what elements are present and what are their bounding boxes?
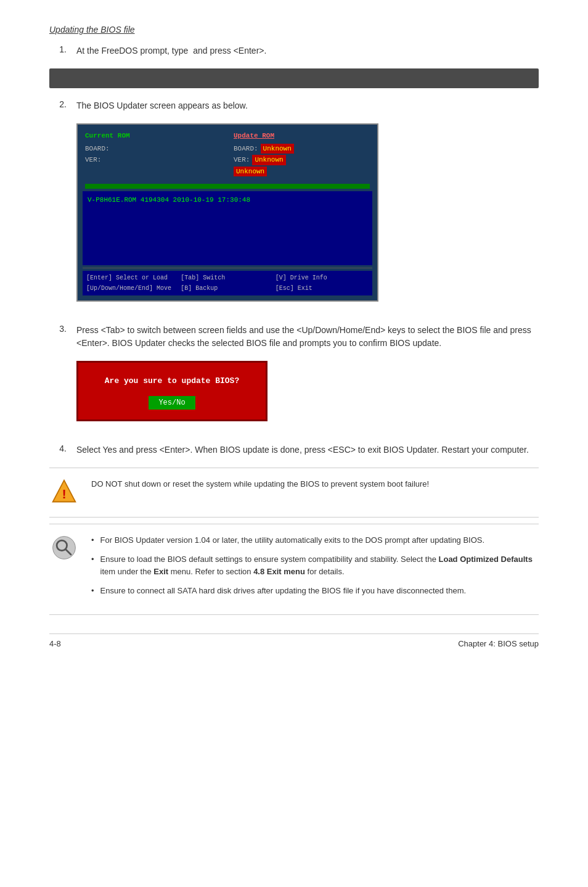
- bios-separator: [83, 268, 372, 268]
- update-third-value: Unknown: [234, 167, 267, 177]
- note-bullet-3: Ensure to connect all SATA hard disk dri…: [91, 585, 539, 597]
- confirm-dialog: Are you sure to update BIOS? Yes/No: [76, 361, 267, 421]
- bios-file-entry: V-P8H61E.ROM 4194304 2010-10-19 17:30:48: [88, 195, 367, 205]
- bios-screen: Current ROM BOARD: VER: Update ROM BOARD…: [76, 123, 378, 302]
- bios-current-rom: Current ROM BOARD: VER:: [85, 131, 221, 178]
- step-1-suffix: and press <Enter>.: [193, 44, 266, 57]
- footer-left: 4-8: [49, 639, 61, 648]
- step-3-content: Press <Tab> to switch between screen fie…: [76, 324, 539, 432]
- note-icon: [51, 534, 78, 561]
- note-bullet-3-text: Ensure to connect all SATA hard disk dri…: [100, 585, 467, 597]
- note-bullet-2-bold1: Load Optimized Defaults: [439, 555, 533, 564]
- step-3: 3. Press <Tab> to switch between screen …: [49, 324, 539, 432]
- update-ver-label: VER:: [234, 155, 250, 165]
- bios-footer-5: [B] Backup: [181, 284, 274, 293]
- confirm-text: Are you sure to update BIOS?: [91, 375, 253, 387]
- bios-footer-4: [Up/Down/Home/End] Move: [86, 284, 179, 293]
- step-4-content: Select Yes and press <Enter>. When BIOS …: [76, 444, 539, 456]
- note-bullet-1: For BIOS Updater version 1.04 or later, …: [91, 534, 539, 547]
- note-bullet-1-text: For BIOS Updater version 1.04 or later, …: [100, 534, 485, 547]
- page-title: Updating the BIOS file: [49, 25, 539, 35]
- footer-right: Chapter 4: BIOS setup: [458, 639, 539, 648]
- bios-top-section: Current ROM BOARD: VER: Update ROM BOARD…: [78, 125, 377, 181]
- step-3-text: Press <Tab> to switch between screen fie…: [76, 325, 531, 348]
- step-1: 1. At the FreeDOS prompt, type and press…: [49, 44, 539, 57]
- step-2-text: The BIOS Updater screen appears as below…: [76, 101, 248, 110]
- svg-point-2: [53, 536, 76, 559]
- note-bullet-2-after: menu. Refer to section: [168, 567, 253, 576]
- command-bar: [49, 68, 539, 88]
- note-notice: For BIOS Updater version 1.04 or later, …: [49, 524, 539, 615]
- board-field: BOARD:: [85, 144, 221, 154]
- update-third-field: Unknown: [234, 167, 370, 177]
- update-board-field: BOARD: Unknown: [234, 144, 370, 154]
- note-icon-container: [49, 534, 79, 563]
- step-4-text: Select Yes and press <Enter>. When BIOS …: [76, 445, 529, 455]
- step-1-content: At the FreeDOS prompt, type and press <E…: [76, 44, 539, 57]
- bios-footer-1: [Enter] Select or Load: [86, 273, 179, 283]
- warning-icon-container: !: [49, 478, 79, 507]
- note-bullet-2-text: Ensure to load the BIOS default settings…: [100, 553, 539, 577]
- svg-text:!: !: [62, 487, 67, 501]
- step-3-number: 3.: [49, 324, 67, 334]
- update-board-label: BOARD:: [234, 144, 258, 154]
- step-2-number: 2.: [49, 99, 67, 109]
- ver-field: VER:: [85, 155, 221, 165]
- note-bullet-list: For BIOS Updater version 1.04 or later, …: [91, 534, 539, 597]
- step-2: 2. The BIOS Updater screen appears as be…: [49, 99, 539, 313]
- step-1-number: 1.: [49, 44, 67, 54]
- step-4: 4. Select Yes and press <Enter>. When BI…: [49, 444, 539, 456]
- note-bullet-2-middle: item under the: [100, 567, 154, 576]
- warning-notice: ! DO NOT shut down or reset the system w…: [49, 468, 539, 518]
- note-content: For BIOS Updater version 1.04 or later, …: [91, 534, 539, 604]
- update-ver-value: Unknown: [252, 155, 285, 165]
- bios-footer-6: [Esc] Exit: [276, 284, 369, 293]
- step-1-prefix: At the FreeDOS prompt, type: [76, 44, 188, 57]
- note-bullet-2-bold2: Exit: [153, 567, 168, 576]
- step-2-content: The BIOS Updater screen appears as below…: [76, 99, 539, 313]
- ver-label: VER:: [85, 155, 101, 165]
- warning-text: DO NOT shut down or reset the system whi…: [91, 478, 539, 490]
- bios-footer-3: [V] Drive Info: [276, 273, 369, 283]
- warning-triangle-icon: !: [51, 478, 78, 505]
- page-footer: 4-8 Chapter 4: BIOS setup: [49, 633, 539, 648]
- update-ver-field: VER: Unknown: [234, 155, 370, 165]
- current-rom-title: Current ROM: [85, 131, 221, 141]
- step-4-number: 4.: [49, 444, 67, 453]
- bios-footer-2: [Tab] Switch: [181, 273, 274, 283]
- bios-footer: [Enter] Select or Load [Tab] Switch [V] …: [83, 271, 372, 295]
- bios-progress-bar: [85, 184, 370, 189]
- bios-file-list: V-P8H61E.ROM 4194304 2010-10-19 17:30:48: [83, 191, 372, 265]
- bios-update-rom: Update ROM BOARD: Unknown VER: Unknown U…: [234, 131, 370, 178]
- note-bullet-2-before: Ensure to load the BIOS default settings…: [100, 555, 439, 564]
- board-label: BOARD:: [85, 144, 110, 154]
- confirm-yes-button[interactable]: Yes/No: [149, 396, 195, 410]
- update-board-value: Unknown: [261, 144, 294, 154]
- note-bullet-2-bold3: 4.8 Exit menu: [253, 567, 305, 576]
- note-bullet-2: Ensure to load the BIOS default settings…: [91, 553, 539, 577]
- note-bullet-2-end: for details.: [305, 567, 345, 576]
- update-rom-title: Update ROM: [234, 131, 370, 141]
